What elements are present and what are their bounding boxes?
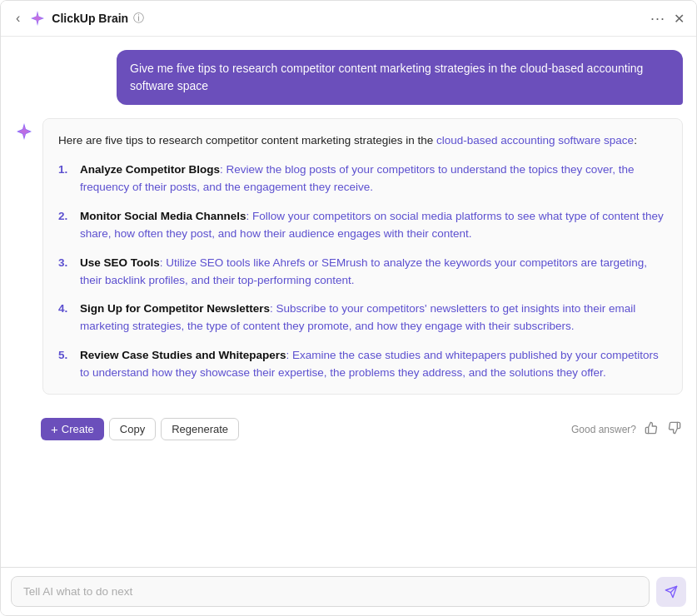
list-title: Review Case Studies and Whitepapers [80,349,286,361]
ai-avatar [14,122,34,145]
list-number: 3. [58,255,73,290]
list-item: 5. Review Case Studies and Whitepapers: … [58,347,667,382]
close-icon[interactable]: ✕ [674,11,685,27]
list-number: 2. [58,208,73,243]
ai-intro-highlight: cloud-based accounting software space [436,134,634,147]
ai-intro-colon: : [634,134,637,147]
copy-button[interactable]: Copy [109,418,156,440]
ai-response-card: Here are five tips to research competito… [42,118,683,395]
input-area [1,567,696,615]
list-text: Analyze Competitor Blogs: Review the blo… [80,161,667,196]
list-number: 4. [58,301,73,335]
header-right: ··· ✕ [650,10,685,27]
create-button[interactable]: + Create [41,418,104,440]
list-text: Use SEO Tools: Utilize SEO tools like Ah… [80,255,667,290]
user-message: Give me five tips to research competitor… [117,50,683,105]
list-title: Monitor Social Media Channels [80,210,246,222]
clickup-brain-icon [28,9,47,27]
header-title: ClickUp Brain [52,12,128,25]
header-left: ‹ ClickUp Brain ⓘ [12,9,644,27]
svg-marker-3 [18,125,30,138]
ai-response-row: Here are five tips to research competito… [14,118,683,395]
thumbs-up-icon [645,421,658,435]
list-text: Sign Up for Competitor Newsletters: Subs… [80,301,667,335]
header: ‹ ClickUp Brain ⓘ ··· ✕ [1,1,696,37]
thumbs-down-button[interactable] [666,420,683,440]
action-bar: + Create Copy Regenerate Good answer? [14,418,683,440]
chat-input[interactable] [11,576,650,607]
info-icon[interactable]: ⓘ [133,11,144,26]
back-button[interactable]: ‹ [12,9,23,27]
svg-marker-1 [32,12,42,24]
regenerate-button[interactable]: Regenerate [161,418,239,440]
ai-avatar-icon [14,122,34,142]
list-title: Use SEO Tools [80,256,160,269]
list-body: : Utilize SEO tools like Ahrefs or SEMru… [80,256,647,286]
chat-body: Give me five tips to research competitor… [1,37,696,567]
feedback-label: Good answer? [571,424,636,435]
list-title: Analyze Competitor Blogs [80,163,220,176]
thumbs-up-button[interactable] [643,420,660,440]
list-number: 5. [58,347,73,382]
list-item: 1. Analyze Competitor Blogs: Review the … [58,161,667,196]
ai-list: 1. Analyze Competitor Blogs: Review the … [58,161,667,382]
list-number: 1. [58,161,73,196]
create-label: Create [62,423,94,435]
list-text: Monitor Social Media Channels: Follow yo… [80,208,667,243]
list-text: Review Case Studies and Whitepapers: Exa… [80,347,667,382]
list-item: 2. Monitor Social Media Channels: Follow… [58,208,667,243]
more-options-icon[interactable]: ··· [650,10,665,27]
plus-icon: + [51,422,58,436]
ai-intro-plain: Here are five tips to research competito… [58,134,436,147]
thumbs-down-icon [668,421,681,435]
send-icon [665,585,678,599]
list-item: 4. Sign Up for Competitor Newsletters: S… [58,301,667,335]
ai-intro-text: Here are five tips to research competito… [58,132,667,150]
list-item: 3. Use SEO Tools: Utilize SEO tools like… [58,255,667,290]
send-button[interactable] [656,577,686,607]
list-title: Sign Up for Competitor Newsletters [80,302,270,315]
feedback-area: Good answer? [571,420,683,440]
